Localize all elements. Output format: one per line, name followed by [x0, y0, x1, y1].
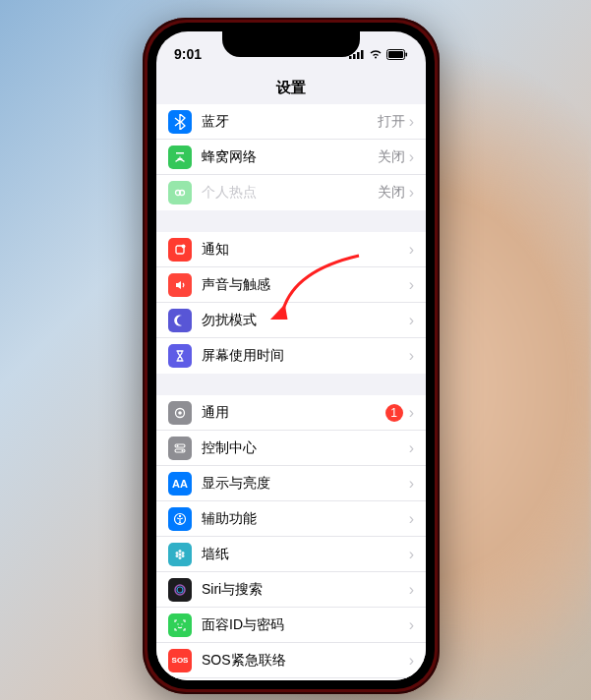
row-sos[interactable]: SOS SOS紧急联络 › [156, 643, 426, 678]
row-label: 墙纸 [202, 546, 409, 563]
group-general: 通用 1 › 控制中心 › AA 显示与亮度 › 辅助功能 › [156, 395, 426, 680]
row-label: 蓝牙 [202, 113, 378, 131]
row-label: 声音与触感 [202, 276, 409, 294]
status-time: 9:01 [174, 46, 202, 62]
row-label: SOS紧急联络 [202, 652, 409, 670]
hotspot-icon [168, 181, 192, 204]
chevron-icon: › [409, 510, 414, 528]
row-value: 关闭 [378, 184, 405, 202]
row-value: 打开 [378, 113, 405, 131]
chevron-icon: › [409, 616, 414, 634]
row-general[interactable]: 通用 1 › [156, 395, 426, 431]
row-label: 屏幕使用时间 [202, 347, 409, 365]
group-connectivity: 蓝牙 打开 › 蜂窝网络 关闭 › 个人热点 关闭 › [156, 104, 426, 210]
row-notifications[interactable]: 通知 › [156, 232, 426, 267]
row-label: 辅助功能 [202, 510, 409, 528]
row-siri[interactable]: Siri与搜索 › [156, 572, 426, 608]
row-label: 个人热点 [202, 184, 378, 202]
accessibility-icon [168, 507, 192, 531]
row-display[interactable]: AA 显示与亮度 › [156, 466, 426, 501]
row-label: Siri与搜索 [202, 581, 409, 599]
svg-rect-6 [406, 52, 408, 56]
svg-point-16 [177, 444, 179, 446]
svg-point-22 [182, 552, 185, 554]
hourglass-icon [168, 344, 192, 368]
notch [222, 31, 360, 57]
chevron-icon: › [409, 652, 414, 670]
svg-point-26 [176, 552, 179, 554]
chevron-icon: › [409, 439, 414, 457]
sounds-icon [168, 273, 192, 297]
bluetooth-icon [168, 110, 192, 134]
row-controlcenter[interactable]: 控制中心 › [156, 431, 426, 466]
sos-icon: SOS [168, 649, 192, 672]
chevron-icon: › [409, 241, 414, 259]
wifi-icon [369, 49, 383, 59]
row-dnd[interactable]: 勿扰模式 › [156, 303, 426, 338]
group-notifications: 通知 › 声音与触感 › 勿扰模式 › 屏幕使用时间 › [156, 232, 426, 374]
row-label: 勿扰模式 [202, 312, 409, 329]
chevron-icon: › [409, 148, 414, 166]
svg-point-23 [182, 554, 185, 557]
svg-rect-5 [388, 51, 403, 58]
svg-point-20 [179, 553, 182, 555]
svg-point-29 [177, 623, 178, 624]
svg-rect-2 [357, 52, 360, 59]
row-bluetooth[interactable]: 蓝牙 打开 › [156, 104, 426, 140]
siri-icon [168, 578, 192, 602]
moon-icon [168, 309, 192, 332]
chevron-icon: › [409, 312, 414, 329]
row-battery[interactable]: 电池 › [156, 678, 426, 680]
svg-point-21 [179, 550, 182, 553]
chevron-icon: › [409, 113, 414, 131]
chevron-icon: › [409, 347, 414, 365]
row-hotspot[interactable]: 个人热点 关闭 › [156, 175, 426, 210]
chevron-icon: › [409, 475, 414, 493]
flower-icon [168, 543, 192, 566]
svg-point-30 [181, 623, 182, 624]
svg-rect-7 [176, 152, 184, 154]
row-label: 蜂窝网络 [202, 148, 378, 166]
svg-point-25 [176, 554, 179, 557]
row-screentime[interactable]: 屏幕使用时间 › [156, 338, 426, 374]
page-title: 设置 [156, 71, 426, 104]
row-accessibility[interactable]: 辅助功能 › [156, 501, 426, 537]
svg-rect-1 [353, 54, 356, 59]
svg-rect-0 [349, 56, 352, 59]
row-cellular[interactable]: 蜂窝网络 关闭 › [156, 140, 426, 175]
row-label: 通用 [202, 404, 385, 422]
row-wallpaper[interactable]: 墙纸 › [156, 537, 426, 572]
row-label: 面容ID与密码 [202, 616, 409, 634]
row-label: 控制中心 [202, 439, 409, 457]
chevron-icon: › [409, 581, 414, 599]
faceid-icon [168, 613, 192, 637]
chevron-icon: › [409, 404, 414, 422]
chevron-icon: › [409, 546, 414, 563]
settings-list[interactable]: 蓝牙 打开 › 蜂窝网络 关闭 › 个人热点 关闭 › [156, 104, 426, 680]
svg-point-17 [182, 449, 184, 451]
chevron-icon: › [409, 184, 414, 202]
row-faceid[interactable]: 面容ID与密码 › [156, 608, 426, 643]
svg-point-28 [177, 587, 183, 593]
notification-badge: 1 [385, 404, 403, 422]
svg-point-24 [179, 556, 182, 559]
switches-icon [168, 437, 192, 460]
notifications-icon [168, 238, 192, 262]
phone-screen: 9:01 设置 蓝牙 打开 › 蜂窝网络 关闭 › [156, 31, 426, 680]
phone-frame: 9:01 设置 蓝牙 打开 › 蜂窝网络 关闭 › [143, 18, 440, 694]
row-value: 关闭 [378, 148, 405, 166]
svg-point-19 [179, 514, 181, 516]
row-label: 通知 [202, 241, 409, 259]
text-size-icon: AA [168, 472, 192, 496]
row-label: 显示与亮度 [202, 475, 409, 493]
svg-rect-3 [361, 50, 364, 59]
svg-point-11 [182, 244, 186, 248]
cellular-icon [168, 146, 192, 169]
chevron-icon: › [409, 276, 414, 294]
gear-icon [168, 401, 192, 425]
svg-point-13 [178, 411, 182, 415]
row-sounds[interactable]: 声音与触感 › [156, 267, 426, 303]
battery-icon [386, 49, 408, 60]
